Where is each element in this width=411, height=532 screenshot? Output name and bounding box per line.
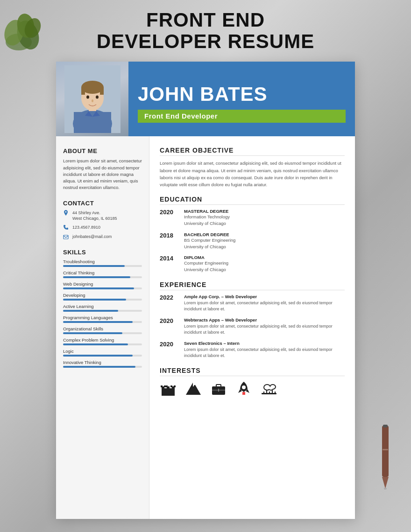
exp-desc: Lorem ipsum dolor sit amet, consectetur … [184, 300, 345, 313]
svg-rect-53 [383, 425, 388, 427]
skill-item: Innovative Thinking [63, 360, 142, 368]
skill-item: Critical Thinking [63, 270, 142, 278]
skill-name: Active Learning [63, 304, 142, 309]
edu-field: Information Technology [184, 214, 230, 220]
exp-desc: Lorem ipsum dolor sit amet, consectetur … [184, 323, 345, 336]
skill-bar-bg [63, 355, 142, 357]
skill-item: Programming Languages [63, 315, 142, 323]
contact-address: 44 Shirley Ave.West Chicago, IL 60185 [63, 210, 142, 222]
svg-rect-35 [218, 389, 219, 392]
skill-item: Developing [63, 293, 142, 301]
skill-bar-fill [63, 310, 118, 312]
skill-bar-fill [63, 287, 134, 289]
interests-container [160, 380, 345, 400]
exp-desc: Lorem ipsum dolor sit amet, consectetur … [184, 347, 345, 359]
resume-document: JOHN BATES Front End Developer ABOUT ME … [56, 62, 355, 519]
education-section-title: EDUCATION [160, 196, 345, 205]
pen-decoration [374, 421, 397, 496]
skill-bar-bg [63, 310, 142, 312]
resume-header: JOHN BATES Front End Developer [56, 62, 355, 136]
skill-name: Web Designing [63, 281, 142, 287]
sidebar: ABOUT ME Lorem ipsum dolor sit amet, con… [56, 136, 149, 519]
interest-icon [210, 380, 227, 400]
svg-rect-7 [74, 112, 111, 133]
page-title: FRONT END DEVELOPER RESUME [0, 9, 411, 52]
experience-item: 2020 Webteracts Apps – Web Developer Lor… [160, 317, 345, 336]
skill-name: Troubleshooting [63, 259, 142, 264]
experience-item: 2022 Ample App Corp. – Web Developer Lor… [160, 294, 345, 313]
title-line1: FRONT END [146, 9, 265, 31]
address-text: 44 Shirley Ave.West Chicago, IL 60185 [72, 210, 117, 222]
interest-item [185, 380, 202, 400]
svg-point-55 [384, 488, 387, 490]
skill-bar-fill [63, 299, 126, 301]
skill-name: Logic [63, 349, 142, 354]
skill-item: Troubleshooting [63, 259, 142, 267]
skill-name: Critical Thinking [63, 270, 142, 275]
skill-item: Organizational Skills [63, 326, 142, 334]
svg-rect-52 [382, 426, 389, 477]
interest-item [235, 380, 252, 400]
svg-rect-41 [263, 392, 264, 394]
svg-rect-12 [100, 87, 104, 95]
exp-title: Webteracts Apps – Web Developer [184, 317, 345, 322]
education-container: 2020 MASTERAL DEGREE Information Technol… [160, 209, 345, 273]
skill-bar-fill [63, 321, 133, 323]
edu-year: 2018 [160, 232, 177, 251]
experience-item: 2020 Seven Electronics – Intern Lorem ip… [160, 341, 345, 359]
edu-details: DIPLOMA Computer Engineering University … [184, 255, 228, 273]
svg-point-13 [86, 95, 89, 98]
svg-point-14 [96, 95, 99, 98]
svg-rect-39 [242, 392, 245, 395]
resume-body: ABOUT ME Lorem ipsum dolor sit amet, con… [56, 136, 355, 519]
about-text: Lorem ipsum dolor sit amet, consectetur … [63, 158, 142, 191]
edu-details: MASTERAL DEGREE Information Technology U… [184, 209, 230, 227]
header-info: JOHN BATES Front End Developer [128, 62, 355, 136]
interest-icon [235, 380, 252, 400]
interest-item [261, 380, 277, 400]
location-icon [63, 210, 70, 217]
edu-details: BACHELOR DEGREE BS Computer Engineering … [184, 232, 235, 251]
title-line2: DEVELOPER RESUME [97, 30, 314, 52]
svg-rect-25 [164, 385, 166, 387]
email-text: johnbates@mail.com [72, 234, 112, 240]
skill-item: Active Learning [63, 304, 142, 312]
education-item: 2020 MASTERAL DEGREE Information Technol… [160, 209, 345, 227]
header-title-text: Front End Developer [144, 112, 218, 120]
skill-name: Organizational Skills [63, 326, 142, 331]
svg-rect-28 [174, 385, 176, 387]
career-section-title: CAREER OBJECTIVE [160, 147, 345, 156]
experience-container: 2022 Ample App Corp. – Web Developer Lor… [160, 294, 345, 359]
main-content: CAREER OBJECTIVE Lorem ipsum dolor sit a… [149, 136, 355, 519]
svg-rect-30 [193, 382, 194, 386]
svg-rect-33 [216, 385, 221, 387]
skill-bar-bg [63, 321, 142, 323]
svg-rect-27 [170, 385, 172, 387]
edu-school: University of Chicago [184, 266, 228, 273]
svg-marker-54 [382, 477, 389, 489]
exp-title: Ample App Corp. – Web Developer [184, 294, 345, 299]
svg-rect-43 [269, 392, 270, 394]
interest-icon [160, 380, 177, 400]
exp-year: 2022 [160, 294, 177, 313]
education-item: 2014 DIPLOMA Computer Engineering Univer… [160, 255, 345, 273]
photo-box [56, 62, 128, 136]
svg-point-15 [92, 99, 93, 102]
skill-name: Complex Problem Solving [63, 337, 142, 343]
edu-school: University of Chicago [184, 220, 230, 227]
contact-email: johnbates@mail.com [63, 234, 142, 240]
skill-item: Web Designing [63, 281, 142, 289]
skill-bar-fill [63, 276, 130, 278]
svg-rect-18 [64, 235, 68, 239]
interest-icon [261, 380, 277, 400]
edu-year: 2014 [160, 255, 177, 273]
svg-rect-45 [275, 392, 276, 394]
phone-icon [63, 224, 70, 231]
skill-bar-bg [63, 287, 142, 289]
skill-item: Logic [63, 349, 142, 357]
contact-title: CONTACT [63, 200, 142, 207]
skill-bar-fill [63, 332, 122, 334]
photo-placeholder [56, 62, 128, 136]
exp-details: Webteracts Apps – Web Developer Lorem ip… [184, 317, 345, 336]
svg-rect-23 [166, 391, 170, 396]
